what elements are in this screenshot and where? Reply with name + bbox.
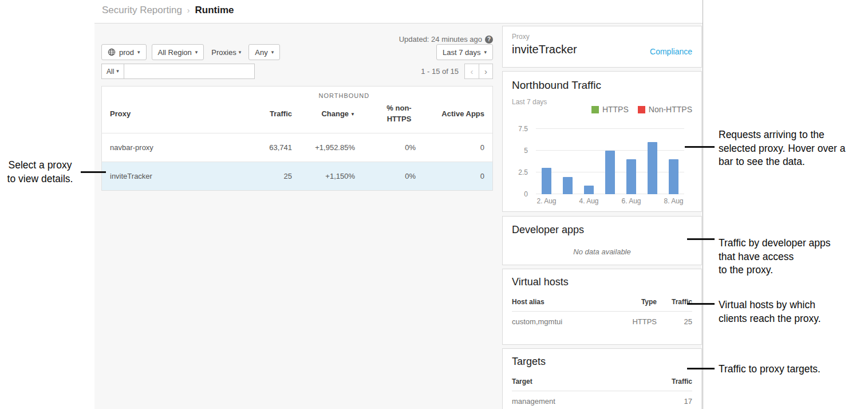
filter-toolbar: prod ▾ All Region ▾ Proxies ▾ Any ▾ [101,44,280,60]
cell-traffic: 25 [235,172,292,180]
chart-bar-slot [621,129,642,194]
chart-bar[interactable] [669,159,678,194]
cell-active-apps: 0 [416,172,484,180]
chart-bar[interactable] [648,142,657,194]
target-row: management 17 [512,391,692,406]
targets-header-row: Target Traffic [512,377,692,391]
chevron-down-icon: ▾ [484,50,487,55]
chart-bar[interactable] [584,186,594,194]
table-row[interactable]: inviteTracker 25 +1,150% 0% 0 [102,162,492,190]
column-header-traffic[interactable]: Traffic [235,109,292,118]
cell-proxy-name: navbar-proxy [110,143,235,152]
chevron-down-icon: ▾ [195,50,198,55]
developer-apps-card: Developer apps No data available [502,216,702,265]
environment-dropdown[interactable]: prod ▾ [101,44,147,60]
annotation-select-proxy: Select a proxy to view details. [0,159,80,186]
region-label: All Region [158,48,192,57]
y-axis-tick-label: 7.5 [518,125,528,133]
proxy-table: NORTHBOUND Proxy Traffic Change▼ % non-H… [101,86,493,191]
updated-text: Updated: 24 minutes ago [399,35,482,44]
callout-line [685,146,715,148]
panel-right-border [703,0,703,409]
callout-line [687,238,715,240]
chevron-down-icon: ▾ [116,69,119,74]
chevron-down-icon: ▾ [137,50,140,55]
column-header-host-alias: Host alias [512,298,605,306]
search-input[interactable] [124,64,255,79]
table-header-row: Proxy Traffic Change▼ % non-HTTPS Active… [102,102,492,133]
northbound-traffic-card: Northbound Traffic Last 7 days HTTPS Non… [502,71,702,212]
annotation-developer-apps: Traffic by developer apps that have acce… [719,237,868,277]
search-scope-dropdown[interactable]: All ▾ [101,64,124,79]
chart-bar-slot [557,129,578,194]
cell-traffic: 63,741 [235,143,292,152]
time-range-label: Last 7 days [443,48,481,57]
annotation-virtual-hosts: Virtual hosts by which clients reach the… [719,298,868,325]
cell-host-alias: custom,mgmtui [512,317,605,326]
proxy-detail-label: Proxy [512,33,692,41]
next-page-button[interactable]: › [479,64,493,79]
search-scope-label: All [106,68,114,76]
legend-item-https: HTTPS [591,105,629,114]
time-range-dropdown[interactable]: Last 7 days ▾ [436,44,493,60]
chevron-down-icon: ▾ [239,50,242,55]
chart-legend: HTTPS Non-HTTPS [591,105,692,114]
proxies-dropdown[interactable]: Proxies ▾ [211,48,241,57]
chart-bar[interactable] [563,177,573,194]
cell-traffic: 17 [657,397,692,406]
compliance-link[interactable]: Compliance [650,47,692,56]
table-group-row: NORTHBOUND [102,86,492,102]
cell-non-https: 0% [355,143,416,152]
chevron-left-icon: ‹ [471,66,474,76]
targets-title: Targets [512,356,692,368]
x-axis-tick-label [557,197,578,205]
help-icon[interactable]: ? [485,36,493,44]
region-dropdown[interactable]: All Region ▾ [152,44,204,60]
chart-bars [536,129,684,194]
https-swatch-icon [591,106,599,113]
column-header-type: Type [605,298,657,306]
x-axis-tick-label: 8. Aug [663,197,684,205]
cell-active-apps: 0 [416,143,484,152]
chart-y-axis: 02.557.5 [503,129,531,194]
x-axis-tick-label: 2. Aug [536,197,557,205]
chart-bar-slot [663,129,684,194]
legend-item-non-https: Non-HTTPS [638,105,692,114]
search-bar: All ▾ [101,64,255,79]
y-axis-tick-label: 0 [524,190,528,198]
chart-bar-slot [642,129,663,194]
chart-bar[interactable] [605,151,615,194]
x-axis-tick-label [642,197,663,205]
targets-card: Targets Target Traffic management 17 [502,348,702,409]
callout-line [81,171,106,173]
chart-title: Northbound Traffic [512,79,692,92]
previous-page-button[interactable]: ‹ [464,64,479,79]
cell-traffic: 25 [657,317,692,326]
proxies-label: Proxies [211,48,236,57]
chart-bar[interactable] [542,168,551,194]
column-header-non-https[interactable]: % non-HTTPS [355,103,416,125]
cell-non-https: 0% [355,172,416,180]
breadcrumb-parent[interactable]: Security Reporting [102,5,182,16]
column-header-proxy[interactable]: Proxy [110,109,235,118]
chart-bar[interactable] [626,159,636,194]
cell-change: +1,150% [292,172,355,180]
metric-dropdown[interactable]: Any ▾ [248,44,280,60]
chart-bar-slot [578,129,599,194]
table-row[interactable]: navbar-proxy 63,741 +1,952.85% 0% 0 [102,133,492,162]
chart-bar-slot [536,129,557,194]
cell-type: HTTPS [605,317,657,326]
column-header-active-apps[interactable]: Active Apps [416,109,484,118]
proxy-detail-card: Proxy inviteTracker Compliance [502,26,702,68]
y-axis-tick-label: 2.5 [518,168,528,176]
legend-label: HTTPS [602,105,629,114]
x-axis-tick-label: 6. Aug [621,197,642,205]
annotation-targets: Traffic to proxy targets. [719,363,868,376]
column-header-change[interactable]: Change▼ [292,109,355,118]
header-divider [94,23,703,23]
callout-line [687,368,715,369]
chart-bar-slot [599,129,621,194]
breadcrumb: Security Reporting › Runtime [102,5,234,16]
northbound-group-header: NORTHBOUND [319,92,370,99]
virtual-hosts-header-row: Host alias Type Traffic [512,298,692,312]
